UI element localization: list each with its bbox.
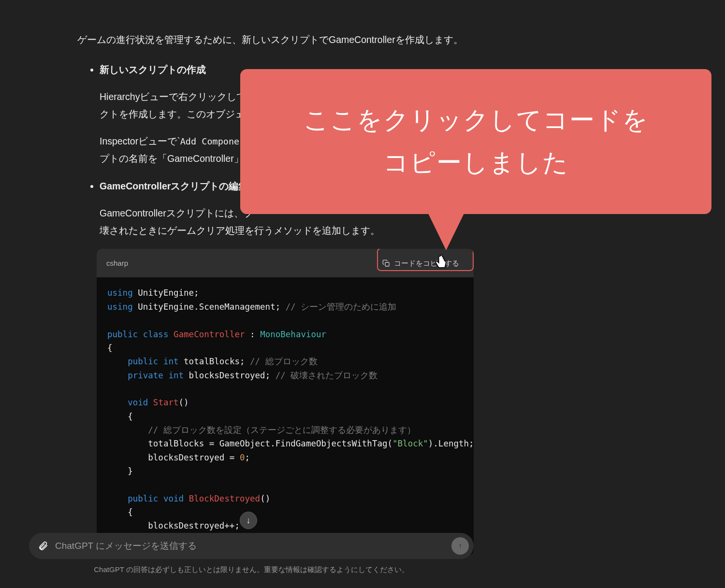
arrow-up-icon: ↑ <box>458 542 462 550</box>
inline-code: Add Component <box>180 136 250 146</box>
list-item-title: 新しいスクリプトの作成 <box>100 64 206 75</box>
attach-file-button[interactable] <box>38 541 48 551</box>
copy-code-label: コードをコピーする <box>394 257 459 270</box>
copy-code-button[interactable]: コードをコピーする <box>377 255 464 272</box>
disclaimer-text: ChatGPT の回答は必ずしも正しいとは限りません。重要な情報は確認するように… <box>0 565 503 574</box>
code-block-header: csharp コードをコピーする <box>97 249 474 278</box>
message-composer[interactable]: ↑ <box>29 533 474 559</box>
arrow-down-icon: ↓ <box>246 516 251 526</box>
send-button[interactable]: ↑ <box>451 537 469 555</box>
svg-rect-0 <box>385 262 389 266</box>
code-block: csharp コードをコピーする using UnityEngine; usin… <box>97 249 474 555</box>
scroll-to-bottom-button[interactable]: ↓ <box>240 512 257 529</box>
intro-paragraph: ゲームの進行状況を管理するために、新しいスクリプトでGameController… <box>77 31 508 48</box>
annotation-callout-line: コピーしました <box>304 142 649 184</box>
list-item-title: GameControllerスクリプトの編集 <box>100 181 248 191</box>
code-language-label: csharp <box>106 257 128 270</box>
message-input[interactable] <box>55 541 445 551</box>
annotation-callout: ここをクリックしてコードを コピーしました <box>240 69 711 214</box>
code-content[interactable]: using UnityEngine; using UnityEngine.Sce… <box>97 277 474 555</box>
annotation-callout-tail <box>428 213 464 250</box>
annotation-callout-line: ここをクリックしてコードを <box>304 99 649 142</box>
copy-icon <box>382 259 390 267</box>
paperclip-icon <box>38 541 48 551</box>
